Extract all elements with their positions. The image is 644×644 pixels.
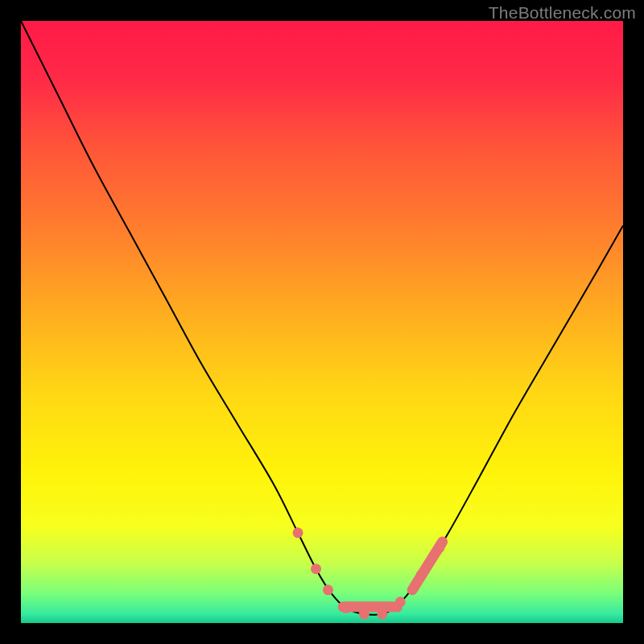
watermark-text: TheBottleneck.com xyxy=(489,3,636,23)
gradient-background xyxy=(21,21,623,623)
chart-frame xyxy=(21,21,623,623)
highlight-dot xyxy=(377,609,387,619)
highlight-dot xyxy=(341,603,351,613)
highlight-dot xyxy=(434,543,444,553)
highlight-dot xyxy=(311,564,321,574)
highlight-dot xyxy=(416,570,427,580)
highlight-dot xyxy=(293,527,303,538)
bottleneck-chart xyxy=(21,21,623,623)
highlight-dot xyxy=(395,597,406,607)
highlight-dot xyxy=(359,609,369,619)
highlight-dot xyxy=(323,584,333,595)
